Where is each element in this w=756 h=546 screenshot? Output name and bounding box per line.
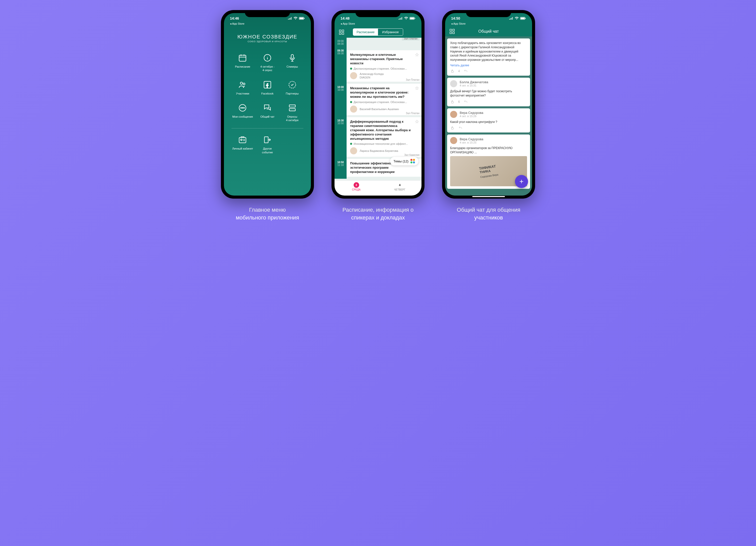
phone-frame-2: 14:48 ◂ App Store Расписание Избранное З… [332,10,424,199]
track-dot-icon [350,143,352,145]
schedule-row: 10:0010:30 Механизмы старения на молекул… [335,84,421,117]
avatar [350,72,357,79]
star-icon[interactable] [415,53,419,57]
avatar [450,80,457,87]
menu-item-badge[interactable]: Партнеры [281,80,303,95]
home-indicator [472,196,505,197]
menu-item-info[interactable]: 4 октября - 4 опрос [256,53,279,72]
svg-rect-27 [521,18,525,19]
status-icons [398,17,415,20]
schedule-row: 09:3009:30 Молекулярные и клеточные меха… [335,47,421,84]
hall-tag: Зал Платан [406,78,419,81]
profile-icon [238,135,248,145]
speaker-info: Василий Васильевич Ашапкин [360,107,399,111]
message-text: Хочу поблагодарить весь оргкомитет конгр… [450,41,527,62]
session-track: Диспансеризация старения. Обоснован... [350,101,418,104]
svg-rect-5 [291,55,293,59]
svg-rect-1 [300,18,304,19]
reply-button[interactable] [463,100,468,104]
message-time: 4 окт. в 15:25 [460,141,483,144]
session-card[interactable]: Молекулярные и клеточные механизмы старе… [347,50,421,82]
reply-button[interactable] [458,126,463,130]
svg-rect-24 [339,33,341,34]
schedule-row: 10:3010:50 Дифференцированный подход к т… [335,117,421,159]
grid-menu-icon[interactable] [339,30,344,35]
svg-rect-30 [453,29,454,31]
speaker-info: Александр КолядаDIAGEN [360,72,384,79]
svg-rect-21 [415,18,415,19]
back-to-appstore[interactable]: ◂ App Store [224,22,311,26]
new-message-fab[interactable]: + [515,175,528,188]
session-card[interactable]: Дифференцированный подход к терапии симп… [347,117,421,157]
menu-item-exit[interactable]: Другое событие [256,135,279,154]
people-icon [238,80,248,90]
message-time: 4 окт. в 15:26 [460,115,483,118]
tab-favorites[interactable]: Избранное [378,29,403,35]
back-to-appstore[interactable]: ◂ App Store [445,22,532,26]
tab-schedule[interactable]: Расписание [353,29,378,35]
menu-item-poll[interactable]: Опросы 4 октября [281,103,303,122]
caption-3: Общий чат для общения участников [457,206,521,222]
message-text: Благодарю организаторов за ПРЕКРАСНУЮ ОР… [450,146,527,155]
day-tabs: 3СРЕДА4ЧЕТВЕРГ [335,180,421,196]
like-button[interactable] [450,69,455,73]
menu-label: Facebook [261,92,273,95]
session-card[interactable]: Механизмы старения на молекулярном и кле… [347,84,421,115]
phone-frame-1: 14:46 ◂ App Store ЮЖНОЕ СОЗВЕЗДИЕ СОЮЗ З… [221,10,314,199]
menu-label: Другое событие [262,147,273,154]
menu-item-mic[interactable]: Спикеры [281,53,303,72]
menu-item-chats[interactable]: Общий чат [256,103,279,122]
menu-item-people[interactable]: Участники [231,80,254,95]
facebook-icon [262,80,272,90]
svg-point-12 [242,107,243,108]
message-actions: 4 [450,69,527,73]
day-number: 4 [397,182,403,188]
read-more-link[interactable]: Читать далее [450,64,527,67]
menu-item-facebook[interactable]: Facebook [256,80,279,95]
svg-point-11 [241,107,242,108]
color-dots-icon [410,159,415,163]
avatar [350,147,357,154]
svg-rect-2 [304,18,305,19]
avatar [450,111,457,118]
schedule-list[interactable]: Зал Платан09:0009:30 09:3009:30 Молекуля… [335,38,421,180]
grid-menu-icon[interactable] [450,29,455,34]
hall-tag: Зал Платан [406,112,419,115]
menu-label: Мои сообщения [232,115,253,118]
svg-rect-28 [525,18,526,19]
like-button[interactable] [450,100,455,104]
like-button[interactable] [450,126,455,130]
track-dot-icon [350,68,352,70]
day-tab-СРЕДА[interactable]: 3СРЕДА [335,182,378,191]
like-count: 4 [458,69,460,73]
chat-message[interactable]: Хочу поблагодарить весь оргкомитет конгр… [447,38,530,76]
message-time: 4 окт. в 15:31 [460,84,488,87]
svg-point-7 [243,83,245,85]
day-tab-ЧЕТВЕРГ[interactable]: 4ЧЕТВЕРГ [378,182,421,191]
star-icon[interactable] [415,120,419,124]
time-slot: 09:0009:30 [335,38,347,47]
menu-item-profile[interactable]: Личный кабинет [231,135,254,154]
menu-item-chat[interactable]: Мои сообщения [231,103,254,122]
day-number: 3 [354,182,359,188]
chat-message[interactable]: Бэлла Джанчатова4 окт. в 15:31Добрый веч… [447,78,530,106]
themes-label: Темы (12) [394,159,408,163]
svg-point-13 [244,107,245,108]
reply-button[interactable] [463,69,468,73]
star-icon[interactable] [415,86,419,90]
message-text: Какой угол наклона центрифуги ? [450,120,527,124]
menu-item-calendar[interactable]: Расписание [231,53,254,72]
exit-icon [262,135,272,145]
notch [245,10,290,17]
status-time: 14:48 [341,16,356,20]
back-to-appstore[interactable]: ◂ App Store [335,22,421,26]
svg-rect-20 [410,18,414,19]
svg-rect-3 [239,55,246,61]
chat-body[interactable]: Хочу поблагодарить весь оргкомитет конгр… [445,36,532,196]
message-text: Добрый вечер! Где можно будет посмотреть… [450,89,527,98]
session-title: Механизмы старения на молекулярном и кле… [350,86,418,99]
chat-message[interactable]: Вера Сидорова4 окт. в 15:26Какой угол на… [447,108,530,133]
notch [355,10,401,17]
themes-filter-button[interactable]: Темы (12) [390,157,418,165]
mic-icon [287,53,297,63]
